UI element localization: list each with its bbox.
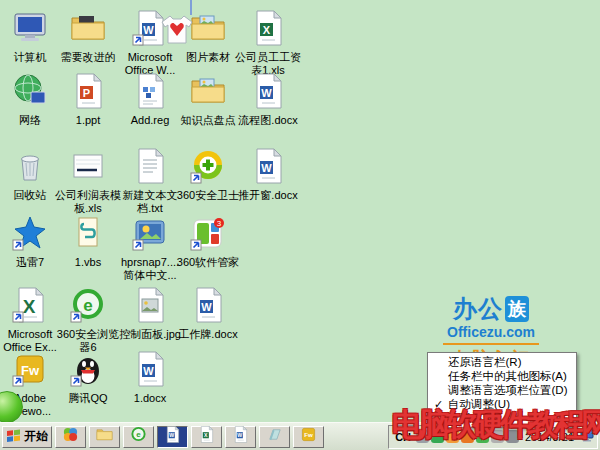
- excel-file-icon: X: [198, 426, 215, 447]
- fw-icon: Fw: [0, 351, 63, 391]
- pinwheel-icon: [62, 426, 79, 447]
- desktop-icon[interactable]: P1.ppt: [55, 73, 121, 127]
- desktop-icon[interactable]: 知识点盘点: [175, 73, 241, 127]
- word-file-icon: W: [235, 148, 301, 188]
- svg-text:W: W: [201, 301, 212, 313]
- svg-text:X: X: [23, 296, 36, 317]
- desktop-icon-label: Add.reg: [117, 114, 183, 127]
- jpg-file-icon: [117, 287, 183, 327]
- desktop-icon-label: 新建文本文 档.txt: [117, 189, 183, 214]
- word-file-icon: W: [232, 426, 249, 447]
- taskbar-button-word-window[interactable]: W: [157, 426, 188, 448]
- svg-text:e: e: [136, 430, 141, 439]
- fw-icon: Fw: [300, 426, 317, 447]
- desktop-icon[interactable]: 迅雷7: [0, 215, 63, 269]
- menu-item[interactable]: 调整语言选项栏位置(D): [428, 383, 576, 397]
- desktop-icon[interactable]: 公司利润表模 板.xls: [55, 148, 121, 214]
- desktop-icon[interactable]: 3360软件管家: [175, 215, 241, 269]
- q360browser-icon: e: [55, 287, 121, 327]
- desktop-icon-label: 知识点盘点: [175, 114, 241, 127]
- notebook-icon: [266, 426, 283, 447]
- desktop-icon-label: 360软件管家: [175, 256, 241, 269]
- desktop-icon-label: 回收站: [0, 189, 63, 202]
- desktop-icon[interactable]: 回收站: [0, 148, 63, 202]
- word-file-icon: W: [164, 426, 181, 447]
- desktop-icon[interactable]: W1.docx: [117, 351, 183, 405]
- taskbar-button-excel-window[interactable]: X: [191, 426, 222, 448]
- q360browser-icon: e: [130, 426, 147, 447]
- windows-flag-icon: [6, 428, 21, 446]
- taskbar-button-folder-window[interactable]: [89, 426, 120, 448]
- excel-file-icon: X: [235, 10, 301, 50]
- desktop-icon[interactable]: 计算机: [0, 10, 63, 64]
- desktop-icon[interactable]: 网络: [0, 73, 63, 127]
- svg-text:e: e: [83, 296, 92, 315]
- taskbar-button-360-browser[interactable]: e: [123, 426, 154, 448]
- svg-text:W: W: [261, 87, 272, 99]
- svg-text:W: W: [237, 432, 242, 438]
- desktop-icon-label: hprsnap7.... 简体中文...: [117, 256, 183, 281]
- vbs-icon: [55, 215, 121, 255]
- thunder-icon: [0, 215, 63, 255]
- desktop-icon-label: 公司利润表模 板.xls: [55, 189, 121, 214]
- excel-app-icon: X: [0, 287, 63, 327]
- q360safe-icon: [175, 148, 241, 188]
- menu-item[interactable]: 任务栏中的其他图标(A): [428, 369, 576, 383]
- desktop-icon[interactable]: W推开窗.docx: [235, 148, 301, 202]
- desktop-icon-label: 计算机: [0, 51, 63, 64]
- desktop-icon[interactable]: e360安全浏览 器6: [55, 287, 121, 353]
- desktop-icon[interactable]: Add.reg: [117, 73, 183, 127]
- desktop-icon-label: 流程图.docx: [235, 114, 301, 127]
- svg-text:W: W: [143, 365, 154, 377]
- desktop[interactable]: 计算机需要改进的WMicrosoft Office W...图片素材X公司员工工…: [0, 0, 600, 450]
- desktop-icon[interactable]: W流程图.docx: [235, 73, 301, 127]
- desktop-icon[interactable]: hprsnap7.... 简体中文...: [117, 215, 183, 281]
- taskbar-button-fireworks-app[interactable]: Fw: [293, 426, 324, 448]
- folder-pic-icon: [175, 73, 241, 113]
- folder-dark-icon: [55, 10, 121, 50]
- menu-item[interactable]: 还原语言栏(R): [428, 355, 576, 369]
- desktop-icon-label: 1.docx: [117, 392, 183, 405]
- start-button-label: 开始: [24, 428, 48, 445]
- svg-text:3: 3: [217, 219, 222, 228]
- taskbar-button-pinwheel-app[interactable]: [55, 426, 86, 448]
- svg-text:Fw: Fw: [304, 431, 313, 438]
- start-button[interactable]: 开始: [2, 426, 52, 448]
- svg-text:X: X: [204, 432, 208, 438]
- desktop-icon-label: 图片素材: [175, 51, 241, 64]
- desktop-icon[interactable]: X公司员工工资 表1.xls: [235, 10, 301, 76]
- desktop-icon[interactable]: XMicrosoft Office Ex...: [0, 287, 63, 353]
- desktop-icon[interactable]: 腾讯QQ: [55, 351, 121, 405]
- desktop-icon[interactable]: 需要改进的: [55, 10, 121, 64]
- txt-file-icon: [117, 148, 183, 188]
- menu-item-label: 还原语言栏(R): [448, 356, 521, 368]
- desktop-icon-label: 网络: [0, 114, 63, 127]
- svg-text:W: W: [143, 24, 154, 36]
- svg-text:W: W: [169, 432, 174, 438]
- word-file-icon: W: [235, 73, 301, 113]
- desktop-icon[interactable]: W工作牌.docx: [175, 287, 241, 341]
- desktop-icon[interactable]: 控制面板.jpg: [117, 287, 183, 341]
- taskbar-button-word-document[interactable]: W: [225, 426, 256, 448]
- desktop-icon-label: 360安全卫士: [175, 189, 241, 202]
- q360soft-icon: 3: [175, 215, 241, 255]
- desktop-icon-label: 1.vbs: [55, 256, 121, 269]
- desktop-icon[interactable]: 360安全卫士: [175, 148, 241, 202]
- tshirt-picture-icon: [158, 12, 196, 52]
- desktop-icon[interactable]: 新建文本文 档.txt: [117, 148, 183, 214]
- recycle-icon: [0, 148, 63, 188]
- desktop-icon-label: 360安全浏览 器6: [55, 328, 121, 353]
- reg-file-icon: [117, 73, 183, 113]
- snap-icon: [117, 215, 183, 255]
- svg-text:W: W: [261, 162, 272, 174]
- globe-icon: [0, 73, 63, 113]
- red-overlay-watermark: 电脑软硬件教程网: [392, 404, 600, 446]
- taskbar-button-notebook-app[interactable]: [259, 426, 290, 448]
- word-file-icon: W: [175, 287, 241, 327]
- sheet-icon: [55, 148, 121, 188]
- menu-item-label: 调整语言选项栏位置(D): [448, 384, 567, 396]
- desktop-icon-label: Microsoft Office Ex...: [0, 328, 63, 353]
- desktop-icon[interactable]: 1.vbs: [55, 215, 121, 269]
- desktop-icon-label: 1.ppt: [55, 114, 121, 127]
- desktop-icon-label: 迅雷7: [0, 256, 63, 269]
